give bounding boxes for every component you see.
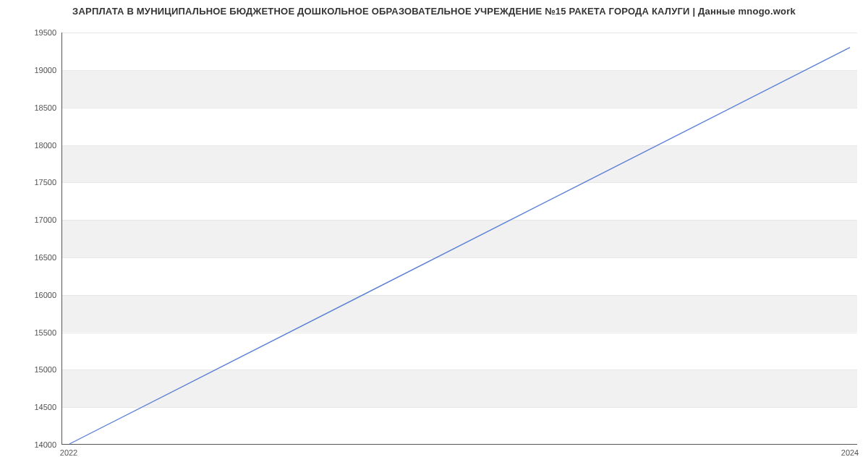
chart-container: ЗАРПЛАТА В МУНИЦИПАЛЬНОЕ БЮДЖЕТНОЕ ДОШКО…	[0, 0, 868, 470]
y-tick-label: 16500	[6, 253, 56, 262]
y-tick-label: 19000	[6, 66, 56, 74]
y-tick-label: 14500	[6, 403, 56, 411]
x-tick-label: 2024	[841, 448, 859, 457]
y-tick-label: 15500	[6, 328, 56, 337]
y-tick-label: 17500	[6, 178, 56, 187]
y-tick-label: 18500	[6, 103, 56, 112]
y-tick-label: 14000	[6, 440, 56, 449]
y-tick-label: 18000	[6, 141, 56, 150]
y-tick-label: 17000	[6, 215, 56, 224]
y-tick-label: 15000	[6, 365, 56, 374]
y-tick-label: 19500	[6, 28, 56, 37]
svg-line-0	[69, 48, 850, 444]
chart-title: ЗАРПЛАТА В МУНИЦИПАЛЬНОЕ БЮДЖЕТНОЕ ДОШКО…	[0, 6, 868, 17]
y-tick-label: 16000	[6, 291, 56, 299]
x-tick-label: 2022	[60, 448, 77, 457]
plot-area	[61, 33, 857, 445]
data-line	[62, 33, 857, 444]
